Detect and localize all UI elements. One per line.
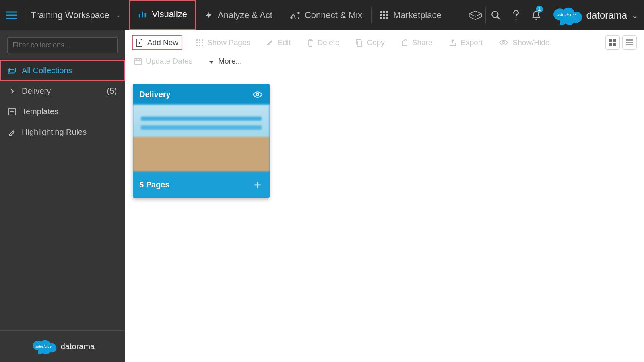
copy-button[interactable]: Copy <box>353 34 387 51</box>
svg-rect-38 <box>357 41 362 46</box>
update-dates-button[interactable]: Update Dates <box>132 53 195 70</box>
card-title: Delivery <box>139 90 171 99</box>
svg-point-39 <box>503 42 505 44</box>
collections-icon <box>8 67 16 74</box>
help-button[interactable] <box>506 0 526 30</box>
svg-rect-9 <box>383 11 385 13</box>
workspace-selector[interactable]: Training Workspace ⌄ <box>23 0 129 30</box>
menu-button[interactable] <box>0 0 23 30</box>
notification-badge: 1 <box>536 6 543 13</box>
list-view-button[interactable] <box>622 35 637 50</box>
svg-rect-35 <box>196 45 198 46</box>
edit-button[interactable]: Edit <box>264 34 293 51</box>
list-view-icon <box>626 39 633 46</box>
share-button[interactable]: Share <box>398 34 435 51</box>
search-icon <box>491 10 501 21</box>
add-page-button[interactable]: ＋ <box>252 177 263 192</box>
toolbar: Add New Show Pages Edit Delete Copy Shar… <box>125 30 644 51</box>
question-icon <box>512 10 520 21</box>
svg-rect-36 <box>199 45 200 46</box>
box-button[interactable] <box>465 0 485 30</box>
delete-button[interactable]: Delete <box>305 34 342 51</box>
brand-label: datorama <box>586 10 627 21</box>
svg-rect-45 <box>626 42 633 43</box>
file-plus-icon <box>136 39 143 47</box>
copy-icon <box>355 39 363 47</box>
salesforce-cloud-icon: salesforce <box>30 338 57 355</box>
salesforce-cloud-icon: salesforce <box>550 5 582 25</box>
collection-card-delivery[interactable]: Delivery 5 Pages ＋ <box>133 84 270 198</box>
svg-rect-16 <box>386 17 388 19</box>
svg-point-7 <box>298 12 299 13</box>
lightning-icon <box>205 11 213 20</box>
svg-rect-12 <box>383 14 385 16</box>
hamburger-icon <box>6 11 17 19</box>
sidebar-item-highlighting[interactable]: Highlighting Rules <box>0 122 125 142</box>
share-icon <box>401 39 408 47</box>
svg-rect-31 <box>202 39 203 41</box>
tab-marketplace[interactable]: Marketplace <box>372 0 450 30</box>
search-button[interactable] <box>486 0 506 30</box>
pencil-icon <box>266 39 274 46</box>
eye-icon[interactable] <box>252 91 263 98</box>
filter-wrap <box>0 30 125 60</box>
footer-brand-label: datorama <box>61 342 95 351</box>
apps-icon <box>380 11 388 19</box>
svg-rect-37 <box>202 45 203 46</box>
grid-view-button[interactable] <box>605 35 620 50</box>
card-thumbnail <box>133 105 270 171</box>
sidebar-item-templates[interactable]: Templates <box>0 101 125 122</box>
tab-visualize[interactable]: Visualize <box>129 0 196 30</box>
view-toggle <box>605 35 637 50</box>
svg-rect-3 <box>139 14 140 17</box>
more-button[interactable]: More... <box>206 53 244 70</box>
notifications-button[interactable]: 1 <box>526 0 546 30</box>
svg-point-19 <box>515 18 516 19</box>
trash-icon <box>307 39 314 47</box>
brand-menu[interactable]: salesforce datorama ⌄ <box>546 5 644 25</box>
export-button[interactable]: Export <box>446 34 485 51</box>
svg-line-18 <box>497 16 500 20</box>
bar-chart-icon <box>138 10 147 19</box>
svg-rect-41 <box>613 39 616 42</box>
chevron-down-icon: ⌄ <box>116 11 121 19</box>
highlight-icon <box>8 129 16 136</box>
sidebar-item-all-collections[interactable]: All Collections <box>0 60 125 81</box>
svg-point-51 <box>256 93 259 96</box>
tool-label: Delete <box>318 38 340 47</box>
filter-collections-input[interactable] <box>7 37 118 53</box>
card-footer: 5 Pages ＋ <box>133 171 270 198</box>
tab-label: Analyze & Act <box>218 10 272 21</box>
sidebar: All Collections Delivery (5) Templates H… <box>0 30 125 362</box>
tab-connect[interactable]: Connect & Mix <box>281 0 371 30</box>
svg-point-6 <box>291 17 292 18</box>
canvas: Delivery 5 Pages ＋ <box>125 73 644 362</box>
sidebar-item-label: Templates <box>22 107 58 116</box>
svg-rect-4 <box>142 12 144 18</box>
export-icon <box>449 39 457 46</box>
show-hide-button[interactable]: Show/Hide <box>496 34 552 51</box>
tool-label: More... <box>218 57 242 66</box>
svg-rect-34 <box>202 42 203 43</box>
show-pages-button[interactable]: Show Pages <box>194 34 253 51</box>
svg-rect-32 <box>196 42 198 43</box>
svg-rect-47 <box>135 59 141 64</box>
card-header: Delivery <box>133 84 270 105</box>
svg-rect-15 <box>383 17 385 19</box>
svg-rect-30 <box>199 39 200 41</box>
sidebar-item-delivery[interactable]: Delivery (5) <box>0 81 125 101</box>
grid-icon <box>196 39 203 46</box>
body: All Collections Delivery (5) Templates H… <box>0 30 644 362</box>
svg-rect-11 <box>380 14 382 16</box>
tool-label: Update Dates <box>146 57 192 66</box>
sidebar-item-count: (5) <box>107 86 117 96</box>
main-pane: Add New Show Pages Edit Delete Copy Shar… <box>125 30 644 362</box>
add-new-button[interactable]: Add New <box>132 35 182 50</box>
tab-analyze[interactable]: Analyze & Act <box>196 0 281 30</box>
svg-rect-43 <box>613 43 616 46</box>
sidebar-footer: salesforce datorama <box>0 330 125 362</box>
top-nav: Training Workspace ⌄ Visualize Analyze &… <box>0 0 644 30</box>
svg-rect-44 <box>626 39 633 41</box>
tool-label: Copy <box>367 38 384 47</box>
nav-right: 1 salesforce datorama ⌄ <box>465 0 644 30</box>
